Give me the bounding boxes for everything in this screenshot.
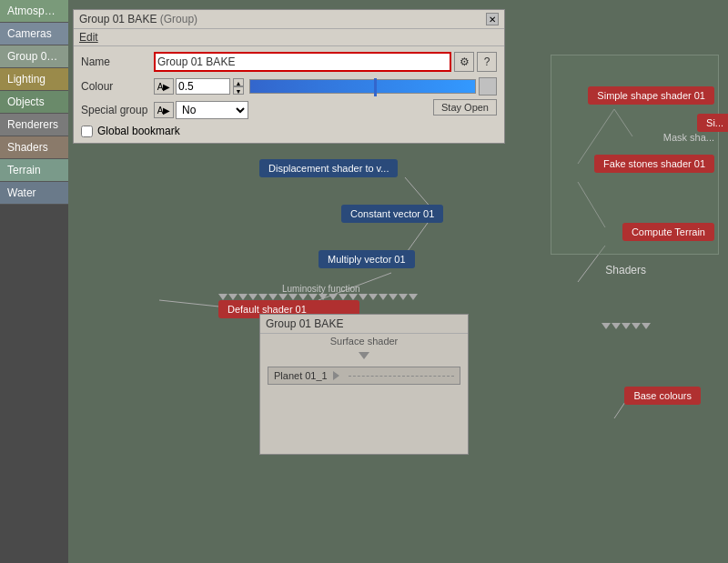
compute-terrain-node[interactable]: Compute Terrain xyxy=(622,223,714,241)
constant-vector-node[interactable]: Constant vector 01 xyxy=(341,205,443,223)
settings-button[interactable]: ⚙ xyxy=(454,52,474,72)
displacement-node[interactable]: Displacement shader to v... xyxy=(259,159,398,177)
help-button[interactable]: ? xyxy=(477,52,497,72)
shaders-arrow-down xyxy=(602,323,651,329)
colour-label: Colour xyxy=(81,80,154,93)
edit-menu-item[interactable]: Edit xyxy=(79,31,98,44)
name-label: Name xyxy=(81,55,154,68)
sidebar: Atmosphere Cameras Group 01 B... Lightin… xyxy=(0,0,68,563)
global-bookmark-checkbox[interactable] xyxy=(81,126,93,137)
stay-open-button[interactable]: Stay Open xyxy=(433,99,497,116)
sidebar-item-cameras[interactable]: Cameras xyxy=(0,23,68,45)
sidebar-item-renderers[interactable]: Renderers xyxy=(0,114,68,136)
surface-shader-label: Surface shader xyxy=(260,334,468,348)
colour-row: Colour A▶ ▲ ▼ xyxy=(81,77,497,96)
dialog-title: Group 01 BAKE (Group) xyxy=(79,13,197,25)
colour-slider[interactable] xyxy=(249,79,476,94)
sidebar-item-water[interactable]: Water xyxy=(0,182,68,205)
name-input[interactable] xyxy=(157,55,448,68)
colour-value-input[interactable] xyxy=(176,78,230,95)
global-bookmark-row: Global bookmark xyxy=(81,125,497,137)
special-group-select[interactable]: No Yes xyxy=(176,101,248,119)
sidebar-item-shaders[interactable]: Shaders xyxy=(0,136,68,159)
special-group-label: Special group xyxy=(81,104,154,116)
base-colours-node[interactable]: Base colours xyxy=(624,387,701,405)
multiply-vector-node[interactable]: Multiply vector 01 xyxy=(318,250,415,268)
svg-line-9 xyxy=(159,300,228,307)
sidebar-item-atmosphere[interactable]: Atmosphere xyxy=(0,0,68,23)
name-field-wrapper xyxy=(154,52,451,72)
sidebar-item-terrain[interactable]: Terrain xyxy=(0,159,68,182)
sidebar-item-lighting[interactable]: Lighting xyxy=(0,68,68,91)
sidebar-item-group01[interactable]: Group 01 B... xyxy=(0,45,68,68)
colour-spin-up[interactable]: ▲ xyxy=(233,78,244,86)
name-row: Name ⚙ ? xyxy=(81,52,497,72)
dialog-titlebar: Group 01 BAKE (Group) ✕ xyxy=(74,10,504,29)
colour-spinner: ▲ ▼ xyxy=(233,78,244,95)
shaders-label: Shaders xyxy=(605,264,646,276)
dialog-menu-bar: Edit xyxy=(74,29,504,46)
si-node[interactable]: Si... xyxy=(697,114,728,132)
dialog-body: Name ⚙ ? Colour A▶ ▲ ▼ xyxy=(74,46,504,143)
node-dialog: Group 01 BAKE (Group) ✕ Edit Stay Open N… xyxy=(73,9,505,144)
simple-shape-node[interactable]: Simple shape shader 01 xyxy=(588,86,714,105)
sidebar-item-objects[interactable]: Objects xyxy=(0,91,68,114)
mask-shader-label: Mask sha... xyxy=(663,132,714,143)
special-prefix-icon: A▶ xyxy=(154,102,174,118)
global-bookmark-label: Global bookmark xyxy=(97,125,180,137)
fake-stones-node[interactable]: Fake stones shader 01 xyxy=(594,155,714,173)
group-bake-title: Group 01 BAKE xyxy=(260,315,468,334)
group-bake-box: Group 01 BAKE Surface shader Planet 01_1 xyxy=(259,314,469,455)
colour-prefix-icon: A▶ xyxy=(154,78,174,95)
luminosity-label: Luminosity function xyxy=(282,284,360,294)
triangle-decoration-row xyxy=(218,294,418,300)
colour-spin-down[interactable]: ▼ xyxy=(233,86,244,95)
colour-swatch xyxy=(479,77,497,96)
planet-node[interactable]: Planet 01_1 xyxy=(268,367,460,385)
dialog-close-button[interactable]: ✕ xyxy=(486,13,499,25)
canvas-area: Luminosity function Displacement shader … xyxy=(68,0,728,563)
